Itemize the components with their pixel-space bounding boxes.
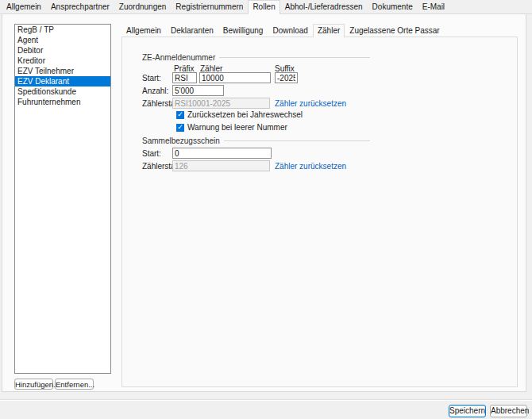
- sbs-reset-counter-link[interactable]: Zähler zurücksetzen: [275, 162, 346, 171]
- list-item-fuhrunternehmen[interactable]: Fuhrunternehmen: [15, 97, 110, 107]
- empty-number-warning-checkbox[interactable]: ✓: [176, 124, 184, 132]
- checkmark-icon: ✓: [177, 124, 183, 131]
- list-item-kreditor[interactable]: Kreditor: [15, 56, 110, 66]
- customer-roles-dialog: { "top_tabs": { "items": ["Allgemein", "…: [0, 0, 532, 419]
- tab-ansprechpartner[interactable]: Ansprechpartner: [46, 0, 114, 13]
- list-item-regb-tp[interactable]: RegB / TP: [15, 25, 110, 35]
- tab-role-bewilligung[interactable]: Bewilligung: [218, 24, 268, 37]
- cancel-button[interactable]: Abbrechen: [490, 405, 527, 417]
- roles-listbox[interactable]: RegB / TP Agent Debitor Kreditor EZV Tei…: [14, 24, 111, 374]
- ze-zaehlerstand-field: [172, 98, 270, 109]
- ze-start-suffix-input[interactable]: [275, 72, 298, 83]
- sammelbezugsschein-group-title: Sammelbezugsschein: [142, 136, 224, 145]
- ze-anzahl-input[interactable]: [172, 85, 224, 96]
- ze-reset-counter-link[interactable]: Zähler zurücksetzen: [275, 99, 346, 108]
- list-item-ezv-deklarant[interactable]: EZV Deklarant: [15, 76, 110, 86]
- year-reset-checkbox[interactable]: ✓: [176, 111, 184, 119]
- empty-number-warning-checkbox-row[interactable]: ✓ Warnung bei leerer Nummer: [176, 123, 287, 132]
- tab-role-download[interactable]: Download: [268, 24, 312, 37]
- year-reset-checkbox-label: Zurücksetzen bei Jahreswechsel: [187, 110, 303, 119]
- tab-role-allgemein[interactable]: Allgemein: [121, 24, 166, 37]
- tab-email[interactable]: E-Mail: [418, 0, 449, 13]
- empty-number-warning-checkbox-label: Warnung bei leerer Nummer: [187, 123, 287, 132]
- role-detail-tabstrip: Allgemein Deklaranten Bewilligung Downlo…: [121, 24, 445, 37]
- checkmark-icon: ✓: [177, 111, 183, 118]
- sbs-zaehlerstand-field: [172, 160, 270, 171]
- tab-role-zaehler[interactable]: Zähler: [313, 24, 345, 37]
- ze-anmeldenummer-group-header: ZE-Anmeldenummer: [142, 53, 370, 61]
- tab-role-deklaranten[interactable]: Deklaranten: [166, 24, 218, 37]
- ze-start-label: Start:: [142, 74, 161, 83]
- tab-dokumente[interactable]: Dokumente: [368, 0, 418, 13]
- tab-allgemein[interactable]: Allgemein: [2, 0, 46, 13]
- zaehler-panel: ZE-Anmeldenummer Präfix Zähler Suffix St…: [121, 37, 518, 387]
- ze-start-counter-input[interactable]: [199, 72, 271, 83]
- rollen-tab-page: RegB / TP Agent Debitor Kreditor EZV Tei…: [2, 14, 526, 392]
- list-item-ezv-teilnehmer[interactable]: EZV Teilnehmer: [15, 66, 110, 76]
- group-divider: [224, 140, 370, 141]
- sbs-start-input[interactable]: [172, 148, 272, 159]
- tab-rollen[interactable]: Rollen: [248, 0, 279, 14]
- tab-abhol-lieferadressen[interactable]: Abhol-/Lieferadressen: [280, 0, 368, 13]
- remove-role-button[interactable]: Entfernen...: [55, 379, 94, 390]
- sbs-start-label: Start:: [142, 149, 161, 158]
- tab-role-zugelassene-orte-passar[interactable]: Zugelassene Orte Passar: [345, 24, 444, 37]
- group-divider: [219, 57, 370, 58]
- main-tabstrip: Allgemein Ansprechpartner Zuordnungen Re…: [0, 0, 532, 14]
- save-button[interactable]: Speichern: [449, 405, 486, 417]
- year-reset-checkbox-row[interactable]: ✓ Zurücksetzen bei Jahreswechsel: [176, 110, 303, 119]
- ze-anmeldenummer-group-title: ZE-Anmeldenummer: [142, 53, 219, 62]
- ze-anzahl-label: Anzahl:: [142, 86, 168, 95]
- add-role-button[interactable]: Hinzufügen...: [14, 379, 53, 390]
- list-item-agent[interactable]: Agent: [15, 35, 110, 45]
- list-item-debitor[interactable]: Debitor: [15, 45, 110, 56]
- sammelbezugsschein-group-header: Sammelbezugsschein: [142, 136, 370, 144]
- ze-start-prefix-input[interactable]: [172, 72, 197, 83]
- tab-registriernummern[interactable]: Registriernummern: [171, 0, 248, 13]
- list-item-speditionskunde[interactable]: Speditionskunde: [15, 86, 110, 97]
- footer-divider: [0, 399, 532, 401]
- tab-zuordnungen[interactable]: Zuordnungen: [114, 0, 172, 13]
